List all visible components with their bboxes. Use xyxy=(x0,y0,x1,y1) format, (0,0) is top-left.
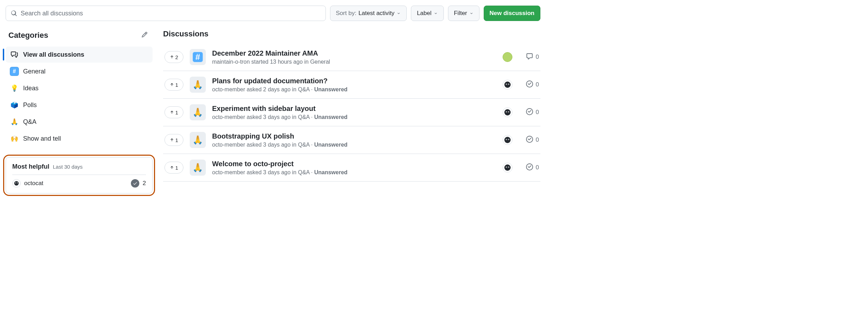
upvote-button[interactable]: 1 xyxy=(164,162,183,174)
svg-point-15 xyxy=(508,112,509,112)
discussion-meta: octo-member asked 3 days ago in Q&A · Un… xyxy=(212,169,496,176)
hash-icon: # xyxy=(10,67,19,76)
svg-point-21 xyxy=(508,139,509,140)
reply-count[interactable]: 0 xyxy=(522,108,539,117)
chevron-down-icon xyxy=(397,11,401,15)
svg-point-23 xyxy=(504,164,511,171)
category-emoji-icon: 💡 xyxy=(10,84,19,93)
svg-point-26 xyxy=(506,167,507,168)
sidebar-item-show-and-tell[interactable]: 🙌Show and tell xyxy=(6,131,153,147)
reply-count[interactable]: 0 xyxy=(522,53,539,62)
sidebar-item-view-all-discussions[interactable]: View all discussions xyxy=(6,47,153,63)
helpful-count: 2 xyxy=(143,180,146,187)
most-helpful-box: Most helpful Last 30 days octocat 2 xyxy=(6,157,153,193)
svg-point-5 xyxy=(504,82,511,88)
svg-point-3 xyxy=(17,183,18,184)
discussion-row: 2#December 2022 Maintainer AMAmaintain-o… xyxy=(163,43,540,71)
avatar[interactable] xyxy=(503,80,512,90)
check-circle-icon xyxy=(526,163,533,172)
discussion-row: 1🙏Bootstrapping UX polishocto-member ask… xyxy=(163,126,540,154)
avatar[interactable] xyxy=(503,52,512,62)
search-input[interactable] xyxy=(21,10,321,17)
vote-count: 1 xyxy=(175,137,178,143)
reply-count[interactable]: 0 xyxy=(522,80,539,89)
category-emoji-icon: 🗳️ xyxy=(10,100,19,110)
discussion-row: 1🙏Plans for updated documentation?octo-m… xyxy=(163,71,540,99)
sidebar-item-label: View all discussions xyxy=(23,51,84,58)
avatar[interactable] xyxy=(503,107,512,117)
new-discussion-button[interactable]: New discussion xyxy=(484,6,540,21)
svg-point-17 xyxy=(504,137,511,143)
search-icon xyxy=(11,10,17,16)
sort-value: Latest activity xyxy=(358,10,394,17)
avatar[interactable] xyxy=(503,163,512,172)
svg-point-11 xyxy=(504,109,511,115)
svg-point-1 xyxy=(14,181,19,186)
svg-point-27 xyxy=(508,167,509,168)
discussion-meta: octo-member asked 3 days ago in Q&A · Un… xyxy=(212,142,496,148)
discussion-row: 1🙏Welcome to octo-projectocto-member ask… xyxy=(163,154,540,182)
sidebar-item-label: Polls xyxy=(23,101,37,109)
svg-point-8 xyxy=(506,84,507,85)
most-helpful-title: Most helpful xyxy=(12,163,49,170)
check-badge-icon xyxy=(131,179,139,188)
pencil-icon xyxy=(141,31,148,38)
sidebar-item-general[interactable]: #General xyxy=(6,63,153,79)
chevron-down-icon xyxy=(434,11,438,15)
sort-button[interactable]: Sort by: Latest activity xyxy=(330,6,407,21)
discussion-row: 1🙏Experiment with sidebar layoutocto-mem… xyxy=(163,99,540,126)
svg-point-14 xyxy=(506,112,507,112)
svg-point-2 xyxy=(15,183,16,184)
label-text: Label xyxy=(417,10,432,17)
most-helpful-subtitle: Last 30 days xyxy=(53,164,83,170)
sidebar-item-ideas[interactable]: 💡Ideas xyxy=(6,80,153,96)
search-field[interactable] xyxy=(6,6,326,21)
discussions-heading: Discussions xyxy=(163,29,540,38)
sidebar-item-label: Q&A xyxy=(23,118,36,126)
comment-icon xyxy=(526,53,533,62)
category-icon: # xyxy=(190,49,206,65)
upvote-button[interactable]: 1 xyxy=(164,134,183,146)
upvote-button[interactable]: 1 xyxy=(164,106,183,118)
edit-categories-button[interactable] xyxy=(139,29,150,41)
category-icon: 🙏 xyxy=(190,132,206,148)
comment-discussion-icon xyxy=(10,50,19,59)
sort-prefix: Sort by: xyxy=(336,10,357,17)
sidebar-item-label: Ideas xyxy=(23,85,38,92)
upvote-button[interactable]: 1 xyxy=(164,79,183,91)
vote-count: 2 xyxy=(175,54,178,60)
new-discussion-label: New discussion xyxy=(490,10,534,17)
discussion-title[interactable]: Welcome to octo-project xyxy=(212,160,496,168)
vote-count: 1 xyxy=(175,110,178,115)
filter-text: Filter xyxy=(454,10,467,17)
filter-button[interactable]: Filter xyxy=(448,6,479,21)
categories-heading: Categories xyxy=(8,31,48,40)
label-button[interactable]: Label xyxy=(411,6,444,21)
reply-count[interactable]: 0 xyxy=(522,163,539,172)
upvote-button[interactable]: 2 xyxy=(164,51,183,63)
vote-count: 1 xyxy=(175,82,178,88)
sidebar-item-polls[interactable]: 🗳️Polls xyxy=(6,97,153,113)
reply-count[interactable]: 0 xyxy=(522,136,539,145)
sidebar-item-q-a[interactable]: 🙏Q&A xyxy=(6,114,153,130)
discussion-title[interactable]: Plans for updated documentation? xyxy=(212,77,496,85)
check-circle-icon xyxy=(526,136,533,145)
helpful-username[interactable]: octocat xyxy=(24,180,43,187)
discussion-meta: maintain-o-tron started 13 hours ago in … xyxy=(212,59,496,65)
svg-point-9 xyxy=(508,84,509,85)
check-circle-icon xyxy=(526,108,533,117)
category-icon: 🙏 xyxy=(190,77,206,93)
category-icon: 🙏 xyxy=(190,104,206,120)
discussion-title[interactable]: Experiment with sidebar layout xyxy=(212,105,496,113)
check-circle-icon xyxy=(526,80,533,89)
discussion-meta: octo-member asked 3 days ago in Q&A · Un… xyxy=(212,114,496,120)
discussion-title[interactable]: Bootstrapping UX polish xyxy=(212,132,496,140)
discussion-title[interactable]: December 2022 Maintainer AMA xyxy=(212,49,496,57)
hash-icon: # xyxy=(192,52,203,62)
avatar xyxy=(12,179,21,188)
discussion-meta: octo-member asked 2 days ago in Q&A · Un… xyxy=(212,86,496,93)
sidebar-item-label: General xyxy=(23,68,46,75)
vote-count: 1 xyxy=(175,165,178,171)
avatar[interactable] xyxy=(503,135,512,145)
chevron-down-icon xyxy=(469,11,474,15)
